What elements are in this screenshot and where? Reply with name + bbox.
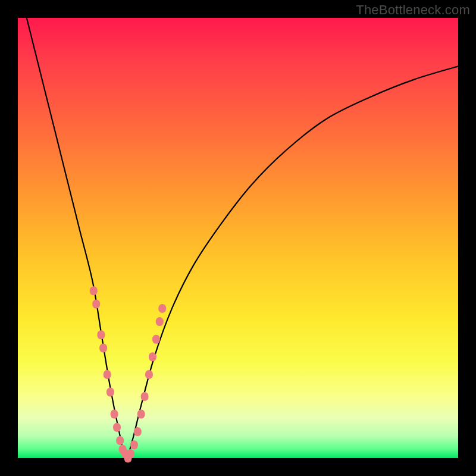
highlight-marker [152,335,160,344]
chart-frame: TheBottleneck.com [0,0,476,476]
highlight-marker [149,352,156,361]
highlight-marker [130,440,138,449]
highlight-marker [97,330,105,339]
highlight-marker [92,300,100,309]
highlight-marker [113,423,121,432]
highlight-marker [111,410,118,419]
highlight-marker [90,286,98,295]
highlight-marker [134,427,142,436]
highlight-marker [158,304,166,313]
highlight-marker [116,436,124,445]
watermark-text: TheBottleneck.com [356,2,470,18]
highlight-marker [141,392,149,401]
highlight-marker [156,317,164,326]
highlight-marker [137,410,145,419]
chart-svg [18,18,458,458]
near-minimum-markers [90,286,166,462]
highlight-marker [99,344,107,353]
highlight-marker [104,370,111,379]
curve-path [27,18,458,458]
highlight-marker [127,449,134,458]
highlight-marker [145,370,153,379]
bottleneck-curve [27,18,458,458]
chart-plot-area [18,18,458,458]
highlight-marker [107,388,114,397]
